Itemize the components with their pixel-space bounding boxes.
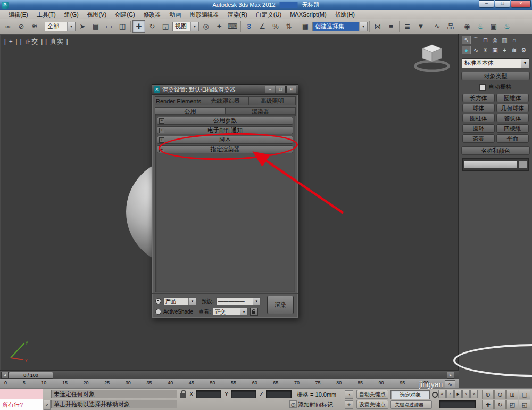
select-and-manipulate-icon[interactable]: ✦ bbox=[213, 20, 226, 33]
time-back-icon[interactable]: ◂ bbox=[1, 372, 9, 379]
activeshade-radio[interactable] bbox=[155, 309, 161, 315]
geometry-category-icon[interactable]: ● bbox=[462, 46, 471, 54]
go-to-start-button[interactable]: « bbox=[438, 390, 446, 398]
target-dropdown[interactable]: 产品 ▾ bbox=[163, 297, 196, 305]
rendered-frame-window-icon[interactable]: ▣ bbox=[487, 20, 500, 33]
menu-item[interactable]: 视图(V) bbox=[83, 10, 111, 19]
viewport-lock-icon[interactable] bbox=[250, 308, 258, 316]
production-radio[interactable] bbox=[155, 298, 161, 304]
select-and-move-icon[interactable]: ✚ bbox=[132, 20, 145, 33]
menu-item[interactable]: 自定义(U) bbox=[252, 10, 286, 19]
time-slider-handle[interactable]: 0 / 100 bbox=[9, 372, 53, 379]
z-coordinate-field[interactable] bbox=[266, 390, 292, 398]
isolate-selection-icon[interactable]: ◔ bbox=[345, 390, 353, 399]
primitive-button[interactable]: 茶壶 bbox=[462, 134, 495, 143]
primitive-button[interactable]: 圆柱体 bbox=[462, 114, 495, 122]
checkbox-icon[interactable] bbox=[479, 84, 486, 91]
select-and-rotate-icon[interactable]: ↻ bbox=[146, 20, 159, 33]
object-type-rollout[interactable]: 对象类型 bbox=[461, 72, 530, 80]
pan-icon[interactable]: ✚ bbox=[482, 400, 494, 409]
zoom-all-icon[interactable]: ⊙ bbox=[494, 390, 506, 399]
select-object-icon[interactable]: ➤ bbox=[76, 20, 89, 33]
align-icon[interactable]: ≡ bbox=[385, 20, 397, 33]
track-bar[interactable]: 0510152025303540455055606570758085909510… bbox=[0, 379, 459, 388]
maxscript-mini-listener[interactable]: 所有行? bbox=[0, 389, 43, 410]
primitive-button[interactable]: 平面 bbox=[496, 134, 529, 143]
macro-recorder-pane[interactable] bbox=[0, 389, 43, 399]
spinner-snap-icon[interactable]: ⇅ bbox=[282, 20, 295, 33]
maximize-button[interactable]: □ bbox=[495, 0, 510, 8]
rectangular-selection-region-icon[interactable]: ▭ bbox=[103, 20, 115, 33]
menu-item[interactable]: 工具(T) bbox=[32, 10, 60, 19]
select-and-link-icon[interactable]: ∞ bbox=[2, 20, 14, 33]
render-setup-icon[interactable]: ♨ bbox=[474, 20, 487, 33]
bind-to-space-warp-icon[interactable]: ≋ bbox=[28, 20, 41, 33]
view-dropdown[interactable]: 正交 ▾ bbox=[213, 308, 248, 316]
selection-filter-dropdown[interactable]: 全部 ▾ bbox=[45, 22, 76, 31]
maximize-viewport-icon[interactable]: ◱ bbox=[519, 400, 530, 409]
render-production-icon[interactable]: ♨ bbox=[501, 20, 513, 33]
viewport-label[interactable]: [ + ] [ 正交 ] [ 真实 ] bbox=[4, 37, 69, 46]
material-editor-icon[interactable]: ◉ bbox=[461, 20, 473, 33]
shapes-category-icon[interactable]: ∿ bbox=[471, 46, 480, 54]
graphite-modeling-tools-icon[interactable]: ▼ bbox=[414, 20, 427, 33]
primitive-button[interactable]: 几何球体 bbox=[496, 104, 529, 112]
reference-coordinate-dropdown[interactable]: 视图 ▾ bbox=[172, 22, 199, 31]
snaps-toggle-icon[interactable]: 3 bbox=[243, 20, 255, 33]
set-key-icon[interactable] bbox=[432, 392, 438, 398]
set-key-button[interactable]: 设置关键点 bbox=[356, 400, 388, 409]
primitive-button[interactable]: 球体 bbox=[462, 104, 495, 112]
object-color-swatch[interactable] bbox=[519, 161, 527, 168]
zoom-extents-icon[interactable]: ⊞ bbox=[506, 390, 518, 399]
menu-item[interactable]: 创建(C) bbox=[111, 10, 139, 19]
modify-tab-icon[interactable]: ⌒ bbox=[471, 36, 480, 44]
menu-item[interactable]: 修改器 bbox=[139, 10, 165, 19]
primitive-button[interactable]: 四棱锥 bbox=[496, 124, 529, 133]
dialog-tab[interactable]: Render Elements bbox=[155, 96, 202, 105]
helpers-category-icon[interactable]: + bbox=[500, 46, 509, 54]
close-button[interactable]: × bbox=[511, 0, 531, 8]
angle-snap-icon[interactable]: ∠ bbox=[256, 20, 269, 33]
time-forward-icon[interactable]: ▸ bbox=[447, 372, 454, 379]
previous-frame-button[interactable]: ‹ bbox=[446, 390, 454, 398]
name-color-rollout[interactable]: 名称和颜色 bbox=[461, 146, 530, 155]
selection-lock-icon[interactable] bbox=[180, 393, 186, 398]
key-mode-dropdown[interactable]: 选定对象 bbox=[390, 390, 430, 399]
listener-splitter[interactable]: < bbox=[44, 400, 51, 410]
menu-item[interactable]: 图形编辑器 bbox=[186, 10, 223, 19]
minimize-button[interactable]: – bbox=[479, 0, 494, 8]
select-and-scale-icon[interactable]: ◱ bbox=[159, 20, 172, 33]
lights-category-icon[interactable]: ☀ bbox=[481, 46, 490, 54]
create-tab-icon[interactable]: ↖ bbox=[462, 36, 471, 44]
dialog-minimize-button[interactable]: – bbox=[265, 86, 275, 93]
expand-icon[interactable]: + bbox=[159, 128, 164, 133]
menu-item[interactable]: 编辑(E) bbox=[4, 10, 32, 19]
space-warps-category-icon[interactable]: ≋ bbox=[510, 46, 519, 54]
menu-item[interactable]: 组(G) bbox=[60, 10, 83, 19]
primitive-button[interactable]: 圆锥体 bbox=[496, 94, 529, 102]
absolute-mode-icon[interactable]: ⌖ bbox=[345, 400, 353, 409]
named-selection-sets-dropdown[interactable]: 创建选择集 ▾ bbox=[312, 22, 368, 31]
window-crossing-icon[interactable]: ◫ bbox=[116, 20, 129, 33]
schematic-view-icon[interactable]: 品 bbox=[444, 20, 457, 33]
dialog-tab[interactable]: 高级照明 bbox=[248, 96, 296, 105]
x-coordinate-field[interactable] bbox=[196, 390, 221, 398]
select-by-name-icon[interactable]: ▤ bbox=[89, 20, 102, 33]
use-pivot-center-icon[interactable]: ◎ bbox=[200, 20, 212, 33]
motion-tab-icon[interactable]: ◎ bbox=[491, 36, 500, 44]
field-of-view-icon[interactable]: ◰ bbox=[506, 400, 518, 409]
preset-dropdown[interactable]: ————— ▾ bbox=[216, 297, 261, 305]
primitive-category-dropdown[interactable]: 标准基本体 ▾ bbox=[462, 58, 529, 68]
object-name-input[interactable] bbox=[464, 161, 517, 168]
viewcube[interactable] bbox=[411, 42, 453, 73]
app-logo-icon[interactable]: Ƨ bbox=[2, 2, 9, 9]
dialog-maximize-button[interactable]: □ bbox=[276, 86, 286, 93]
percent-snap-icon[interactable]: % bbox=[269, 20, 282, 33]
utilities-tab-icon[interactable]: ⌂ bbox=[510, 36, 519, 44]
primitive-button[interactable]: 圆环 bbox=[462, 124, 495, 133]
cameras-category-icon[interactable]: ▣ bbox=[491, 46, 500, 54]
key-filters-button[interactable]: 关键点过滤器... bbox=[390, 400, 432, 409]
y-coordinate-field[interactable] bbox=[231, 390, 256, 398]
mirror-icon[interactable]: ⋈ bbox=[371, 20, 384, 33]
go-to-end-button[interactable]: » bbox=[470, 390, 478, 398]
